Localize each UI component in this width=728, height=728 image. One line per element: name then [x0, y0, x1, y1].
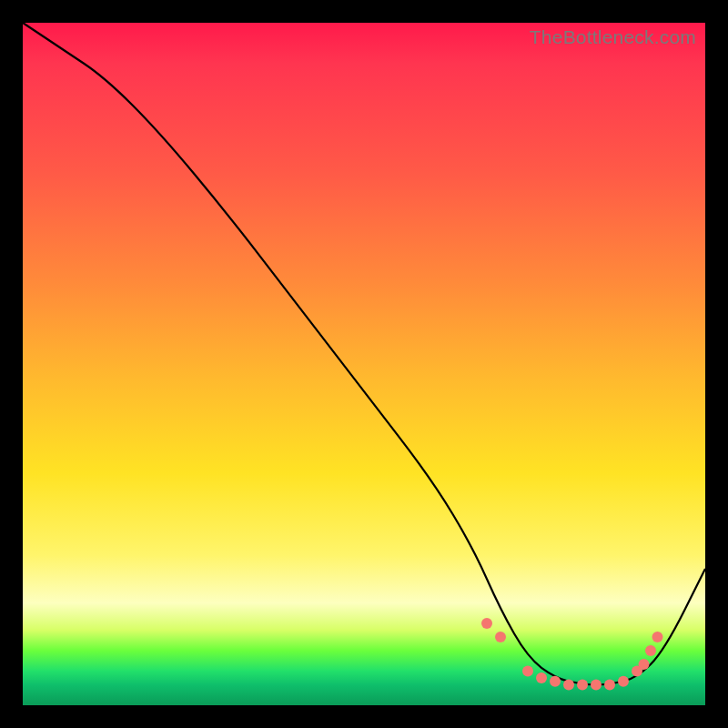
data-marker [563, 680, 574, 691]
data-marker [618, 676, 629, 687]
data-marker [645, 645, 656, 656]
data-marker [577, 680, 588, 691]
data-marker [550, 676, 561, 687]
data-marker [481, 618, 492, 629]
bottleneck-curve [23, 23, 705, 685]
data-marker [639, 659, 650, 670]
data-marker [591, 680, 602, 691]
curve-layer [23, 23, 705, 705]
plot-area: TheBottleneck.com [23, 23, 705, 705]
data-marker [604, 680, 615, 691]
data-marker [522, 666, 533, 677]
data-marker [495, 632, 506, 642]
marker-group [481, 618, 663, 691]
chart-frame: TheBottleneck.com [0, 0, 728, 728]
data-marker [652, 632, 663, 642]
data-marker [536, 672, 547, 683]
